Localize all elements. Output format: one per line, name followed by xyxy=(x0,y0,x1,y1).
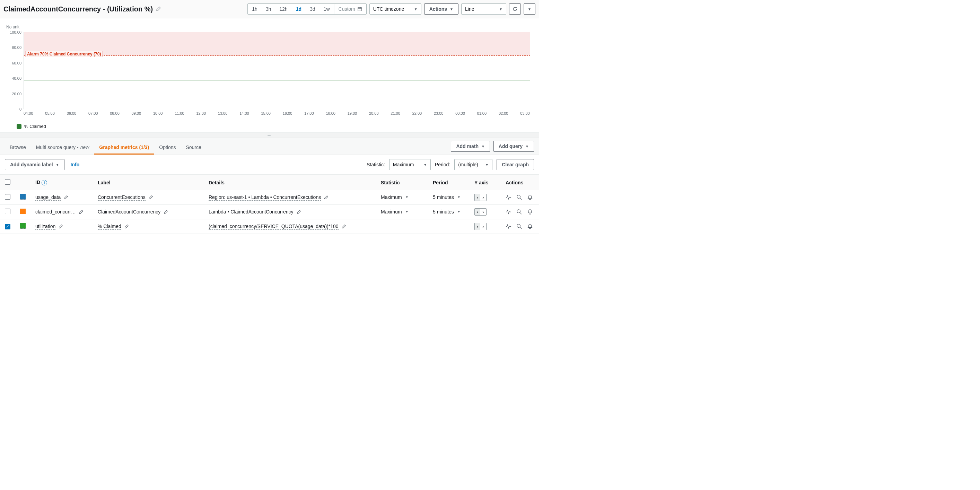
edit-icon[interactable] xyxy=(324,195,329,200)
legend-label[interactable]: % Claimed xyxy=(24,124,46,129)
bell-icon[interactable] xyxy=(527,209,533,215)
refresh-button[interactable] xyxy=(509,3,521,14)
search-icon[interactable] xyxy=(516,209,522,215)
tab-options[interactable]: Options xyxy=(154,141,181,154)
color-swatch[interactable] xyxy=(20,223,25,229)
edit-icon[interactable] xyxy=(58,224,63,229)
time-opt-1h[interactable]: 1h xyxy=(248,4,262,14)
time-opt-12h[interactable]: 12h xyxy=(275,4,291,14)
statistic-select[interactable]: Maximum▼ xyxy=(389,159,431,170)
time-custom[interactable]: Custom xyxy=(334,4,366,14)
info-link[interactable]: Info xyxy=(71,162,80,167)
x-tick: 01:00 xyxy=(477,111,487,115)
x-tick: 14:00 xyxy=(239,111,249,115)
metrics-table: ID i Label Details Statistic Period Y ax… xyxy=(0,175,539,234)
edit-icon[interactable] xyxy=(79,210,84,215)
select-all-checkbox[interactable] xyxy=(5,179,10,185)
time-opt-3d[interactable]: 3d xyxy=(305,4,320,14)
add-math-button[interactable]: Add math▼ xyxy=(451,141,490,152)
row-checkbox[interactable] xyxy=(5,194,10,200)
metric-id[interactable]: usage_data xyxy=(35,194,60,200)
col-statistic: Statistic xyxy=(376,175,428,190)
row-statistic-select[interactable]: Maximum▼ xyxy=(381,209,409,215)
edit-icon[interactable] xyxy=(148,195,153,200)
bell-icon[interactable] xyxy=(527,224,533,229)
edit-icon[interactable] xyxy=(64,195,68,200)
row-period-select[interactable]: 5 minutes▼ xyxy=(433,209,461,215)
table-row: usage_data ConcurrentExecutions Region: … xyxy=(0,190,539,205)
pulse-icon[interactable] xyxy=(506,194,511,200)
chevron-down-icon: ▼ xyxy=(414,7,418,11)
y-axis-ticks: 100.00 80.00 60.00 40.00 20.00 0 xyxy=(6,32,21,109)
tab-source[interactable]: Source xyxy=(181,141,206,154)
col-label: Label xyxy=(93,175,204,190)
time-opt-1w[interactable]: 1w xyxy=(320,4,334,14)
add-dynamic-label-button[interactable]: Add dynamic label▼ xyxy=(5,159,64,170)
metric-details[interactable]: Lambda • ClaimedAccountConcurrency xyxy=(208,209,294,215)
chevron-down-icon: ▼ xyxy=(525,145,529,148)
y-tick: 60.00 xyxy=(12,61,21,65)
chevron-down-icon: ▼ xyxy=(481,145,485,148)
add-query-button[interactable]: Add query▼ xyxy=(493,141,534,152)
pulse-icon[interactable] xyxy=(506,209,511,215)
calendar-icon xyxy=(357,6,362,11)
x-tick: 16:00 xyxy=(283,111,293,115)
row-statistic-select[interactable]: Maximum▼ xyxy=(381,194,409,200)
bell-icon[interactable] xyxy=(527,194,533,200)
plot-area[interactable]: Alarm 70% Claimed Concurrency (70) xyxy=(24,32,530,109)
x-tick: 05:00 xyxy=(45,111,55,115)
time-range-selector: 1h 3h 12h 1d 3d 1w Custom xyxy=(247,3,367,14)
row-checkbox[interactable] xyxy=(5,224,10,229)
edit-title-icon[interactable] xyxy=(156,6,161,12)
row-period-select[interactable]: 5 minutes▼ xyxy=(433,194,461,200)
time-opt-1d[interactable]: 1d xyxy=(292,4,305,14)
metrics-toolbar: Add dynamic label▼ Info Statistic: Maxim… xyxy=(0,155,539,175)
chevron-down-icon: ▼ xyxy=(485,163,488,167)
y-tick: 20.00 xyxy=(12,92,21,96)
period-select[interactable]: (multiple)▼ xyxy=(454,159,492,170)
metric-id[interactable]: claimed_concurr… xyxy=(35,209,76,215)
chevron-down-icon: ▼ xyxy=(499,7,503,11)
svg-point-8 xyxy=(517,224,520,228)
tab-browse[interactable]: Browse xyxy=(5,141,31,154)
metric-details[interactable]: Region: us-east-1 • Lambda • ConcurrentE… xyxy=(208,194,321,200)
metric-id[interactable]: utilization xyxy=(35,224,56,230)
search-icon[interactable] xyxy=(516,224,522,229)
tab-multi-source[interactable]: Multi source query - new xyxy=(31,141,95,154)
metric-details[interactable]: (claimed_concurrency/SERVICE_QUOTA(usage… xyxy=(208,224,339,230)
time-opt-3h[interactable]: 3h xyxy=(262,4,275,14)
metric-label[interactable]: ConcurrentExecutions xyxy=(98,194,146,200)
timezone-select[interactable]: UTC timezone ▼ xyxy=(369,3,422,14)
x-tick: 06:00 xyxy=(67,111,76,115)
info-icon[interactable]: i xyxy=(41,180,47,185)
refresh-icon xyxy=(512,6,518,12)
color-swatch[interactable] xyxy=(20,208,25,214)
x-tick: 20:00 xyxy=(369,111,379,115)
edit-icon[interactable] xyxy=(296,210,301,215)
yaxis-toggle[interactable]: ‹› xyxy=(474,208,487,216)
pulse-icon[interactable] xyxy=(506,224,511,229)
edit-icon[interactable] xyxy=(124,224,129,229)
chart-type-select[interactable]: Line ▼ xyxy=(461,3,506,14)
y-tick: 100.00 xyxy=(10,30,21,34)
x-tick: 09:00 xyxy=(132,111,142,115)
svg-rect-0 xyxy=(358,8,362,11)
statistic-label: Statistic: xyxy=(367,162,385,167)
x-tick: 02:00 xyxy=(499,111,508,115)
clear-graph-button[interactable]: Clear graph xyxy=(496,159,534,170)
metric-label[interactable]: ClaimedAccountConcurrency xyxy=(98,209,161,215)
yaxis-toggle[interactable]: ‹› xyxy=(474,223,487,230)
metric-label[interactable]: % Claimed xyxy=(98,224,121,230)
search-icon[interactable] xyxy=(516,194,522,200)
row-checkbox[interactable] xyxy=(5,208,10,214)
refresh-menu-button[interactable]: ▼ xyxy=(523,3,535,14)
actions-button[interactable]: Actions ▼ xyxy=(424,3,458,14)
tab-graphed-metrics[interactable]: Graphed metrics (1/3) xyxy=(94,141,154,154)
color-swatch[interactable] xyxy=(20,194,25,200)
chevron-down-icon: ▼ xyxy=(450,7,453,11)
yaxis-toggle[interactable]: ‹› xyxy=(474,194,487,201)
x-tick: 10:00 xyxy=(153,111,163,115)
edit-icon[interactable] xyxy=(341,224,346,229)
edit-icon[interactable] xyxy=(163,210,168,215)
resize-handle[interactable]: ═ xyxy=(0,132,539,138)
